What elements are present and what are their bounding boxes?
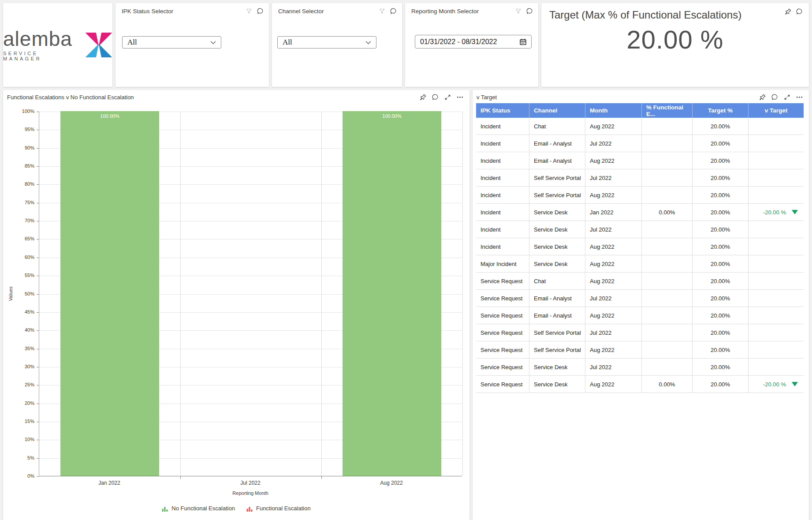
table-row[interactable]: IncidentSelf Service PortalJul 202220.00…: [476, 169, 804, 187]
table-row[interactable]: Service RequestEmail - AnalystAug 202220…: [476, 307, 804, 324]
cell-month: Jul 2022: [585, 359, 642, 375]
x-tick-label: Jul 2022: [224, 480, 277, 486]
cell-channel: Service Desk: [529, 376, 585, 393]
column-header-month[interactable]: Month: [585, 103, 642, 118]
cell-channel: Email - Analyst: [529, 135, 585, 152]
calendar-icon[interactable]: [520, 38, 526, 45]
cell-month: Jul 2022: [585, 290, 642, 307]
table-row[interactable]: Service RequestService DeskJul 202220.00…: [476, 359, 804, 376]
table-header-row: IPK StatusChannelMonth% Functional E...T…: [476, 103, 804, 118]
triangle-down-icon: [792, 210, 798, 214]
mini-bar-chart-icon: [246, 505, 253, 512]
date-range-value: 01/31/2022 - 08/31/2022: [420, 38, 497, 46]
channel-select[interactable]: All: [277, 36, 376, 49]
chart-panel-title: Functional Escalations v No Functional E…: [7, 94, 134, 101]
cell-month: Jul 2022: [585, 135, 642, 152]
table-row[interactable]: IncidentEmail - AnalystJul 202220.00%: [476, 135, 804, 152]
target-kpi-value: 20.00 %: [541, 25, 809, 54]
y-axis-title: Values: [8, 287, 13, 301]
cell-channel: Self Service Portal: [529, 341, 585, 358]
ipk-status-selector-card: IPK Status Selector All: [115, 3, 269, 87]
bar-no-functional-escalation-jan-2022[interactable]: 100.00%: [60, 111, 159, 476]
x-tick-label: Aug 2022: [365, 480, 418, 486]
table-row[interactable]: IncidentService DeskAug 202220.00%: [476, 238, 804, 255]
cell-target: 20.00%: [693, 221, 749, 238]
reporting-month-date-range-input[interactable]: 01/31/2022 - 08/31/2022: [415, 35, 532, 49]
column-header-ipk-status[interactable]: IPK Status: [476, 103, 529, 118]
table-row[interactable]: IncidentService DeskJan 20220.00%20.00%-…: [476, 204, 804, 221]
column-header--functional-e[interactable]: % Functional E...: [642, 103, 693, 118]
filter-icon[interactable]: [515, 8, 521, 15]
cell-month: Aug 2022: [585, 376, 642, 393]
y-tick-label: 5%: [27, 455, 34, 460]
cell-ipk: Service Request: [476, 307, 529, 324]
column-header-channel[interactable]: Channel: [529, 103, 585, 118]
table-row[interactable]: Service RequestSelf Service PortalJul 20…: [476, 324, 804, 341]
cell-ipk: Incident: [476, 152, 529, 169]
v-target-table: IPK StatusChannelMonth% Functional E...T…: [476, 103, 804, 393]
legend-item-functional-escalation[interactable]: Functional Escalation: [246, 505, 311, 512]
filter-icon[interactable]: [246, 8, 252, 15]
table-row[interactable]: IncidentSelf Service PortalAug 202220.00…: [476, 187, 804, 204]
more-options-icon[interactable]: [796, 94, 803, 101]
ipk-status-select[interactable]: All: [122, 36, 221, 49]
table-row[interactable]: Service RequestService DeskAug 20220.00%…: [476, 376, 804, 393]
cell-channel: Email - Analyst: [529, 307, 585, 324]
pin-icon[interactable]: [785, 8, 791, 15]
table-row[interactable]: Service RequestChatAug 202220.00%: [476, 273, 804, 290]
cell-ipk: Incident: [476, 221, 529, 238]
legend-item-no-functional-escalation[interactable]: No Functional Escalation: [162, 505, 235, 512]
cell-ipk: Service Request: [476, 341, 529, 358]
y-tick-label: 0%: [27, 473, 34, 479]
comment-icon[interactable]: [390, 8, 397, 15]
y-tick-label: 40%: [25, 327, 34, 333]
comment-icon[interactable]: [257, 8, 264, 15]
cell-target: 20.00%: [693, 135, 749, 152]
more-options-icon[interactable]: [457, 94, 463, 101]
table-row[interactable]: IncidentService DeskJul 202220.00%: [476, 221, 804, 238]
table-row[interactable]: IncidentChatAug 202220.00%: [476, 118, 804, 135]
table-row[interactable]: Major IncidentService DeskAug 202220.00%: [476, 255, 804, 273]
y-tick-label: 55%: [25, 273, 34, 278]
expand-icon[interactable]: [784, 94, 790, 101]
cell-channel: Chat: [529, 273, 585, 289]
cell-pct_fe: 0.00%: [642, 376, 693, 393]
cell-ipk: Service Request: [476, 290, 529, 307]
logo-subtitle-text: SERVICE MANAGER: [3, 51, 80, 61]
bar-no-functional-escalation-aug-2022[interactable]: 100.00%: [343, 111, 441, 476]
cell-channel: Service Desk: [529, 238, 585, 255]
triangle-down-icon: [792, 382, 798, 386]
pin-icon[interactable]: [759, 94, 766, 101]
cell-v-target: [749, 359, 804, 375]
cell-ipk: Service Request: [476, 273, 529, 289]
pin-icon[interactable]: [420, 94, 426, 101]
comment-icon[interactable]: [796, 8, 803, 15]
x-axis-title: Reporting Month: [39, 490, 462, 496]
expand-icon[interactable]: [444, 94, 451, 101]
cell-target: 20.00%: [693, 187, 749, 203]
table-row[interactable]: Service RequestSelf Service PortalAug 20…: [476, 341, 804, 359]
alemba-x-logo-icon: [85, 33, 112, 57]
cell-target: 20.00%: [693, 307, 749, 324]
y-tick-label: 100%: [22, 108, 34, 114]
cell-pct_fe: [642, 341, 693, 358]
column-header-target[interactable]: Target %: [693, 103, 749, 118]
chevron-down-icon: [210, 41, 216, 45]
comment-icon[interactable]: [432, 94, 439, 101]
table-row[interactable]: Service RequestEmail - AnalystJul 202220…: [476, 290, 804, 307]
cell-target: 20.00%: [693, 376, 749, 393]
comment-icon[interactable]: [771, 94, 778, 101]
filter-icon[interactable]: [379, 8, 385, 15]
table-body: IncidentChatAug 202220.00%IncidentEmail …: [476, 118, 804, 393]
cell-month: Aug 2022: [585, 118, 642, 135]
cell-v-target: [749, 307, 804, 324]
comment-icon[interactable]: [526, 8, 533, 15]
alemba-logo: alemba SERVICE MANAGER: [3, 3, 112, 87]
cell-target: 20.00%: [693, 359, 749, 375]
mini-bar-chart-icon: [162, 505, 168, 512]
column-header-v-target[interactable]: v Target: [749, 103, 804, 118]
table-row[interactable]: IncidentEmail - AnalystAug 202220.00%: [476, 152, 804, 169]
cell-pct_fe: [642, 118, 693, 135]
cell-month: Aug 2022: [585, 238, 642, 255]
cell-channel: Self Service Portal: [529, 169, 585, 186]
